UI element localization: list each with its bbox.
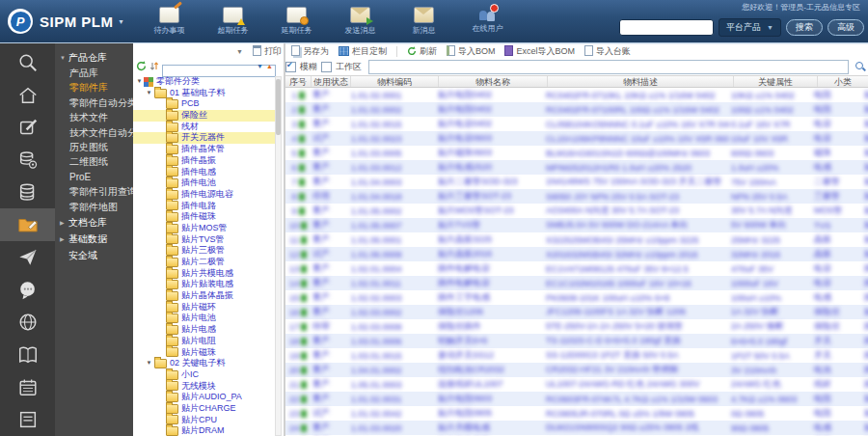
table-row[interactable]: 22量产1.01.02.0031贴片电阻0603RC0603FR-074K7L … (285, 392, 868, 406)
table-row[interactable]: 10量产1.01.05.0007贴片TVS管SMBJ5.0A 5V 600W D… (285, 218, 868, 232)
rail-search-button[interactable] (0, 46, 55, 79)
rail-list-button[interactable] (0, 403, 55, 436)
table-row[interactable]: 1量产1.01.02.0001贴片电阻0402RC0402FR-0710KL 1… (285, 88, 868, 102)
nav-section-1[interactable]: ▶文档仓库 (55, 214, 133, 231)
toolbar-columns-button[interactable]: 栏目定制 (339, 45, 387, 58)
table-row[interactable]: 7量产1.01.04.0003贴片二极管SOD-3231N4148WS 75V … (285, 175, 868, 189)
table-row[interactable]: 20量产1.04.01.0002纽扣电池CR2032CR2032-HF21 3V… (285, 363, 868, 377)
rail-database-button[interactable] (0, 177, 55, 209)
column-header-6[interactable]: 小类 (818, 76, 868, 87)
tree-node[interactable]: 插件晶振 (133, 155, 276, 167)
table-row[interactable]: 9量产1.01.05.0002贴片MOS管SOT-23AO3400A N沟道 3… (285, 204, 868, 218)
nav-item-0-0[interactable]: 产品库 (55, 66, 133, 80)
table-row[interactable]: 16量产1.02.03.0002保险丝1206JFC1206-1100FS 1A… (285, 305, 868, 319)
tree-node[interactable]: 贴片电池 (133, 313, 276, 324)
tree-node[interactable]: 贴片二极管 (133, 257, 276, 268)
tree-node[interactable]: PCB (133, 98, 276, 110)
rail-db-gear-button[interactable] (0, 144, 55, 177)
tree-node[interactable]: 开关元器件 (133, 132, 276, 144)
table-row[interactable]: 8停用1.01.04.0018贴片三极管SOT-23S8050 J3Y NPN … (285, 189, 868, 204)
rail-book-button[interactable] (0, 339, 55, 371)
table-filter-input[interactable] (368, 60, 849, 74)
tree-node[interactable]: 贴片DRAM (133, 425, 276, 436)
column-header-5[interactable]: 关键属性 (734, 76, 818, 87)
tree-node[interactable]: ▼01 基础电子料 (133, 88, 276, 99)
tree-node[interactable]: 贴片CHARGE (133, 403, 276, 415)
nav-item-0-3[interactable]: 技术文件 (55, 110, 133, 124)
topbar-delay-button[interactable]: 延期任务 (272, 7, 322, 36)
tree-node[interactable]: 贴片电感 (133, 324, 276, 336)
find-prev-icon[interactable]: ▲ (265, 62, 274, 70)
table-row[interactable]: 11量产1.01.06.0001贴片晶振3225X322525MOB4SI 25… (285, 232, 868, 247)
tree-node[interactable]: 贴片MOS管 (133, 223, 276, 234)
search-button[interactable]: 搜索 (786, 19, 823, 36)
toolbar-excel-import-bom-button[interactable]: Excel导入BOM (504, 45, 575, 58)
toolbar-print-button[interactable]: 打印 (253, 45, 282, 58)
tree-node[interactable]: 插件晶体管 (133, 144, 276, 155)
table-row[interactable]: 19量产1.03.01.0015拨动开关SS12SS-12D00G3 1P2T … (285, 348, 868, 363)
nav-item-0-5[interactable]: 历史图纸 (55, 140, 133, 154)
tree-node[interactable]: 贴片三极管 (133, 245, 276, 257)
toolbar-save-as-button[interactable]: 另存为 (291, 45, 329, 58)
tree-scrollbar[interactable] (275, 76, 282, 436)
topbar-todo-button[interactable]: 待办事项 (145, 7, 195, 36)
nav-item-0-6[interactable]: 二维图纸 (55, 154, 133, 169)
tree-node[interactable]: 插件电感 (133, 167, 276, 178)
toolbar-import-data-button[interactable]: 导入台账 (584, 45, 631, 58)
column-header-2[interactable]: 物料编码 (351, 76, 439, 87)
logo-caret-icon[interactable]: ▾ (120, 17, 123, 26)
nav-item-0-4[interactable]: 技术文件自动分类 (55, 125, 133, 140)
column-header-4[interactable]: 物料描述 (548, 76, 734, 87)
table-row[interactable]: 18量产1.03.01.0006轻触开关6×6TS-1102S-C-D 6×6×… (285, 334, 868, 348)
nav-section-2[interactable]: ▶基础数据 (55, 231, 133, 247)
nav-item-0-2[interactable]: 零部件自动分类 (55, 95, 133, 110)
tree-node[interactable]: 插件电路 (133, 201, 276, 212)
rail-chat-button[interactable] (0, 274, 55, 307)
collapse-tree-caret-icon[interactable]: ▼ (236, 48, 243, 55)
find-next-icon[interactable]: ▼ (256, 62, 264, 70)
rail-home-button[interactable] (0, 79, 55, 112)
nav-section-0[interactable]: ▼产品仓库 (55, 49, 133, 66)
table-row[interactable]: 6量产1.01.03.0012贴片电感2520MPIM252012H1R0 1.… (285, 160, 868, 175)
app-logo[interactable]: P SIPM PLM ▾ (8, 9, 123, 34)
workspace-checkbox[interactable] (321, 62, 332, 72)
nav-item-0-1[interactable]: 零部件库 (55, 80, 133, 95)
column-header-3[interactable]: 物料名称 (439, 76, 548, 87)
tree-node[interactable]: 无线模块 (133, 381, 276, 393)
fuzzy-checkbox[interactable] (285, 62, 296, 72)
table-row[interactable]: 2量产1.01.02.0002贴片电阻0402RC0402FR-07100RL … (285, 102, 868, 117)
table-row[interactable]: 24量产1.01.03.0020贴片共模电感DLW21SN900SQ2 90Ω … (285, 421, 868, 435)
refresh-tree-icon[interactable] (136, 58, 147, 75)
tree-node[interactable]: 贴片CPU (133, 415, 276, 426)
topbar-online-users-button[interactable]: 在线用户 (463, 7, 513, 36)
tree-node[interactable]: 贴片电阻 (133, 336, 276, 347)
rail-calendar-button[interactable] (0, 371, 55, 404)
rail-edit-button[interactable] (0, 111, 55, 144)
tree-node[interactable]: ▼02 关键电子料 (133, 358, 276, 369)
tree-node[interactable]: 贴片磁环 (133, 302, 276, 313)
column-header-0[interactable]: 序号 (285, 76, 312, 87)
tree-node[interactable]: 保险丝 (133, 110, 276, 122)
nav-item-0-9[interactable]: 零部件地图 (55, 200, 133, 214)
tree-node[interactable]: 贴片AUDIO_PA (133, 392, 276, 403)
global-search-input[interactable] (619, 19, 714, 36)
toolbar-import-bom-button[interactable]: 导入BOM (447, 45, 496, 58)
table-row[interactable]: 13量产1.02.01.0004插件电解电容EC1V471M08125 470u… (285, 261, 868, 276)
search-icon[interactable] (854, 61, 866, 72)
table-row[interactable]: 14量产1.02.01.0011插件电解电容EC1C102M10165 1000… (285, 276, 868, 290)
rail-send-button[interactable] (0, 241, 55, 274)
tree-node[interactable]: 贴片TVS管 (133, 234, 276, 246)
table-row[interactable]: 12试产1.01.06.0009贴片晶振2016X201632MSB4SI 32… (285, 247, 868, 261)
tree-node[interactable]: 线材 (133, 122, 276, 133)
table-row[interactable]: 5量产1.01.03.0005贴片磁珠0603BLM18AG601SN1D 60… (285, 146, 868, 160)
topbar-overdue-button[interactable]: 超期任务 (208, 7, 258, 36)
tree-node[interactable]: 插件电源电容 (133, 189, 276, 201)
tree-node[interactable]: 贴片晶体晶振 (133, 290, 276, 302)
table-row[interactable]: 15量产1.02.02.0003插件工字电感PK0608-101K 100uH … (285, 290, 868, 305)
column-header-1[interactable]: 使用状态 (312, 76, 351, 87)
tree-sort-icon[interactable] (149, 58, 159, 75)
toolbar-refresh-button[interactable]: 刷新 (407, 45, 437, 58)
nav-section-3[interactable]: 安全域 (55, 247, 133, 263)
topbar-send-msg-button[interactable]: 发送消息 (336, 7, 386, 36)
table-row[interactable]: 21量产1.05.01.0003连接线材UL1007UL1007-24AWG-R… (285, 377, 868, 392)
